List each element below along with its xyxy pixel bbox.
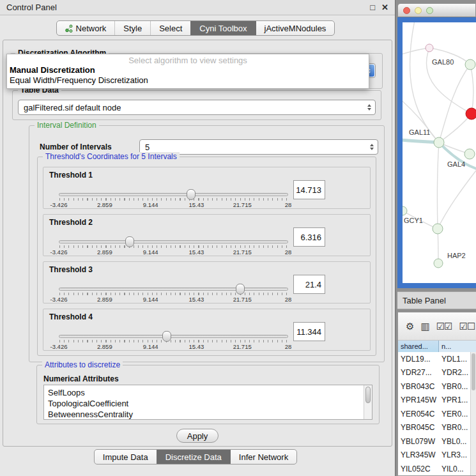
numerical-attributes-list[interactable]: SelfLoopsTopologicalCoefficientBetweenne…: [43, 385, 372, 420]
threshold-4-slider[interactable]: -3.4262.8599.14415.4321.71528: [59, 335, 288, 350]
attributes-group-label: Attributes to discretize: [42, 360, 123, 369]
table-panel-titlebar[interactable]: Table Panel: [397, 291, 476, 309]
threshold-3-slider[interactable]: -3.4262.8599.14415.4321.71528: [59, 288, 288, 303]
threshold-3-value-field[interactable]: 21.4: [293, 275, 325, 294]
attribute-item-selfloops[interactable]: SelfLoops: [44, 387, 372, 398]
threshold-1-value-field[interactable]: 14.713: [293, 180, 325, 199]
table-row[interactable]: YBR043CYBR0...: [398, 380, 476, 394]
close-window-icon[interactable]: ✕: [381, 3, 388, 12]
table-cell[interactable]: YDL19...: [398, 355, 439, 364]
table-row[interactable]: YIL052CYIL0...: [398, 462, 476, 475]
minimize-traffic-icon[interactable]: [415, 7, 422, 14]
threshold-3-slider-thumb[interactable]: [236, 284, 245, 295]
network-node[interactable]: [403, 206, 407, 215]
threshold-panel-2: Threshold 2-3.4262.8599.14415.4321.71528…: [43, 214, 371, 256]
network-canvas[interactable]: GAL80GAL11GAL4GCY1HAP2: [403, 22, 476, 283]
attribute-item-topologicalcoefficient[interactable]: TopologicalCoefficient: [44, 398, 372, 409]
table-cell[interactable]: YLR345W: [398, 450, 439, 459]
table-cell[interactable]: YIL052C: [398, 464, 439, 473]
attributes-scrollbar-thumb[interactable]: [365, 387, 371, 403]
algorithm-option-manual-discretization[interactable]: Manual Discretization: [7, 65, 369, 75]
bottom-tab-impute-data[interactable]: Impute Data: [95, 450, 157, 464]
table-cell[interactable]: YBL079W: [398, 437, 439, 446]
table-row[interactable]: YPR145WYPR1...: [398, 394, 476, 408]
combo-arrows-icon: [370, 144, 374, 150]
show-columns-icon[interactable]: ☑☑: [436, 321, 452, 331]
slider-track[interactable]: [59, 240, 288, 243]
tab-network[interactable]: Network: [57, 21, 115, 35]
tab-select[interactable]: Select: [150, 21, 190, 35]
threshold-1-slider[interactable]: -3.4262.8599.14415.4321.71528: [59, 193, 288, 208]
network-edge[interactable]: [470, 65, 473, 114]
node-label-gal80: GAL80: [432, 58, 454, 66]
table-data-combobox[interactable]: galFiltered.sif default node: [18, 100, 376, 115]
network-node[interactable]: [434, 259, 443, 268]
zoom-traffic-icon[interactable]: [426, 7, 433, 14]
network-node[interactable]: [466, 108, 476, 119]
network-node[interactable]: [426, 44, 433, 52]
control-panel-titlebar[interactable]: Control Panel □ ✕: [0, 0, 395, 15]
table-cell[interactable]: YPR145W: [398, 395, 439, 404]
table-cell[interactable]: YBR043C: [398, 382, 439, 391]
network-svg: GAL80GAL11GAL4GCY1HAP2: [403, 22, 476, 283]
column-header-name[interactable]: n...: [439, 341, 476, 352]
scale-label: 2.859: [97, 343, 112, 350]
network-node[interactable]: [465, 59, 475, 70]
threshold-2-slider-thumb[interactable]: [125, 236, 134, 247]
slider-scale: -3.4262.8599.14415.4321.71528: [59, 201, 288, 208]
table-row[interactable]: YDL19...YDL1...: [398, 352, 476, 366]
tab-jactivemnodules[interactable]: jActiveMNodules: [256, 21, 335, 35]
threshold-4-value-field[interactable]: 11.344: [293, 322, 325, 341]
slider-track[interactable]: [59, 288, 288, 291]
algorithm-option-equal-width-frequency-discretization[interactable]: Equal Width/Frequency Discretization: [7, 75, 369, 86]
table-scrollbar-thumb[interactable]: [472, 353, 475, 390]
table-cell[interactable]: YDR27...: [398, 368, 439, 377]
scale-label: 21.715: [233, 343, 252, 350]
scale-label: 21.715: [233, 249, 252, 256]
slider-track[interactable]: [59, 335, 288, 338]
network-window-titlebar[interactable]: [397, 3, 476, 17]
columns-icon[interactable]: ▥: [420, 321, 429, 331]
table-row[interactable]: YBR045CYBR0...: [398, 421, 476, 435]
scale-label: -3.426: [50, 201, 68, 208]
scale-label: 2.859: [97, 249, 112, 256]
close-traffic-icon[interactable]: [403, 7, 410, 14]
tab-cyni-toolbox[interactable]: Cyni Toolbox: [190, 21, 255, 35]
node-label-gal11: GAL11: [409, 128, 430, 136]
network-view-window: GAL80GAL11GAL4GCY1HAP2: [397, 3, 476, 288]
network-edge[interactable]: [437, 142, 439, 229]
apply-button[interactable]: Apply: [176, 429, 219, 443]
attributes-scrollbar[interactable]: [364, 385, 372, 419]
scale-label: 15.43: [189, 249, 204, 256]
table-row[interactable]: YLR345WYLR3...: [398, 449, 476, 463]
interval-group-label: Interval Definition: [35, 121, 99, 130]
network-node[interactable]: [433, 224, 443, 234]
hide-columns-icon[interactable]: ☑☐: [459, 321, 475, 331]
table-cell[interactable]: YER054C: [398, 410, 439, 418]
bottom-tab-discretize-data[interactable]: Discretize Data: [157, 450, 230, 464]
threshold-panel-3: Threshold 3-3.4262.8599.14415.4321.71528…: [43, 261, 371, 303]
tab-style[interactable]: Style: [114, 21, 150, 35]
threshold-1-slider-thumb[interactable]: [187, 189, 196, 200]
threshold-2-slider[interactable]: -3.4262.8599.14415.4321.71528: [59, 240, 288, 256]
threshold-4-slider-thumb[interactable]: [162, 331, 171, 342]
network-node[interactable]: [434, 137, 444, 148]
settings-gear-icon[interactable]: ⚙: [406, 321, 413, 331]
restore-window-icon[interactable]: □: [370, 3, 375, 12]
table-row[interactable]: YBL079WYBL0...: [398, 434, 476, 449]
threshold-2-value-field[interactable]: 6.316: [293, 227, 325, 247]
network-edge[interactable]: [439, 114, 472, 142]
slider-track[interactable]: [59, 193, 288, 196]
network-edge[interactable]: [403, 140, 439, 142]
network-edge[interactable]: [438, 171, 476, 229]
table-row[interactable]: YER054CYER0...: [398, 407, 476, 421]
column-header-shared-name[interactable]: shared...: [398, 341, 439, 352]
bottom-tab-infer-network[interactable]: Infer Network: [230, 450, 296, 464]
network-edge[interactable]: [403, 48, 429, 56]
interval-definition-group: Interval Definition Number of Intervals …: [29, 125, 385, 362]
table-cell[interactable]: YBR045C: [398, 423, 439, 432]
table-row[interactable]: YDR27...YDR2...: [398, 366, 476, 380]
network-node[interactable]: [464, 149, 475, 159]
table-scrollbar[interactable]: [470, 352, 476, 475]
attribute-item-betweennesscentrality[interactable]: BetweennessCentrality: [44, 409, 372, 420]
